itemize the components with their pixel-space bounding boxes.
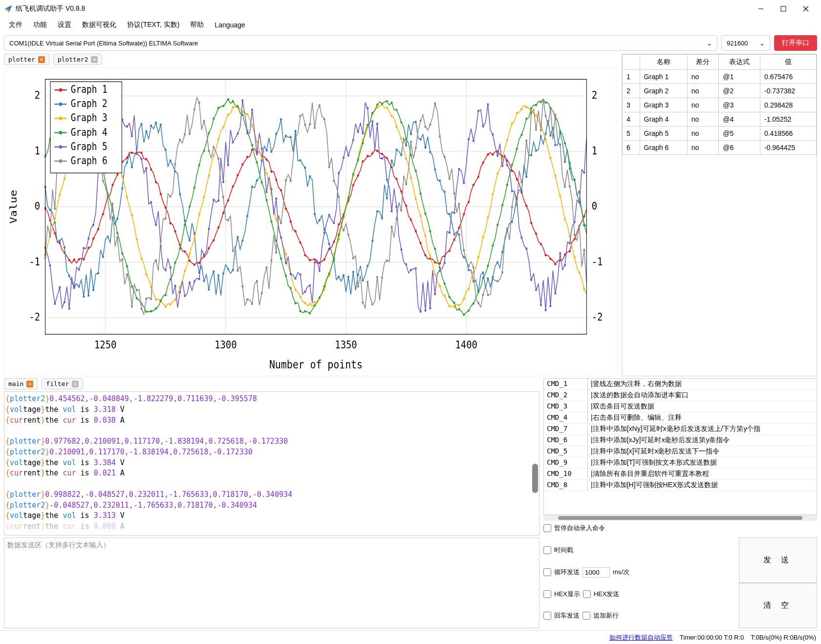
table-row[interactable]: 5Graph 5no@50.418566 <box>623 127 817 141</box>
hex-send-checkbox[interactable]: HEX发送 <box>583 590 620 599</box>
svg-point-247 <box>549 134 551 137</box>
cmd-row[interactable]: CMD_10|清除所有条目并重启软件可重置本教程 <box>544 469 817 480</box>
menu-item[interactable]: 协议(TEXT, 实数) <box>122 19 184 31</box>
svg-point-553 <box>390 210 392 213</box>
app-logo-icon <box>4 4 13 13</box>
open-port-button[interactable]: 打开串口 <box>774 35 817 51</box>
menu-item[interactable]: Language <box>210 19 250 31</box>
svg-point-79 <box>285 208 287 210</box>
svg-point-438 <box>381 103 383 105</box>
table-row[interactable]: 6Graph 6no@6-0.964425 <box>623 141 817 155</box>
svg-point-586 <box>549 305 551 307</box>
cmd-row[interactable]: CMD_6|注释中添加[xJy]可延时x毫秒后发送第y条指令 <box>544 435 817 446</box>
close-icon[interactable]: ✕ <box>38 56 45 63</box>
data-table[interactable]: 名称差分表达式值1Graph 1no@10.6754762Graph 2no@2… <box>622 54 817 155</box>
cmd-list[interactable]: CMD_1|竖线左侧为注释，右侧为数据CMD_2|发送的数据会自动添加进本窗口C… <box>543 378 817 515</box>
cmd-row[interactable]: CMD_7|注释中添加[xNy]可延时x毫秒后发送发送上/下方第y个指 <box>544 424 817 435</box>
svg-point-468 <box>525 118 527 120</box>
svg-point-298 <box>251 125 253 127</box>
loop-send-checkbox[interactable]: 循环发送 <box>543 568 580 577</box>
close-icon[interactable]: ✕ <box>91 56 98 63</box>
svg-point-531 <box>285 262 287 264</box>
statusbar: 如何进行数据自动应答 Timer:00:00:00 T:0 R:0 T:0B/s… <box>0 630 821 644</box>
svg-point-63 <box>208 247 210 250</box>
svg-text:1: 1 <box>592 144 597 157</box>
maximize-button[interactable] <box>772 1 795 17</box>
cmd-row[interactable]: CMD_8|注释中添加[H]可强制按HEX形式发送数据 <box>544 480 817 491</box>
svg-point-550 <box>376 123 378 125</box>
port-select[interactable]: COM1(IDLE Virtual Serial Port (Eltima So… <box>4 35 717 51</box>
enter-send-checkbox[interactable]: 回车发送 <box>543 611 580 620</box>
menu-item[interactable]: 设置 <box>53 19 76 31</box>
svg-point-168 <box>170 159 172 162</box>
cmd-row[interactable]: CMD_3|双击条目可发送数据 <box>544 401 817 412</box>
svg-point-359 <box>545 138 547 140</box>
svg-point-167 <box>165 149 167 151</box>
hex-show-checkbox[interactable]: HEX显示 <box>543 590 580 599</box>
svg-point-126 <box>511 170 513 172</box>
svg-point-241 <box>520 190 522 193</box>
svg-point-181 <box>232 269 234 271</box>
svg-point-199 <box>319 219 321 221</box>
table-row[interactable]: 1Graph 1no@10.675476 <box>623 70 817 84</box>
clear-button[interactable]: 清 空 <box>739 583 817 628</box>
svg-point-608 <box>111 203 113 205</box>
minimize-button[interactable] <box>750 1 772 17</box>
svg-text:1350: 1350 <box>335 339 357 351</box>
svg-point-564 <box>444 261 446 264</box>
append-newline-checkbox[interactable]: 追加新行 <box>583 611 619 620</box>
log-scrollbar[interactable] <box>532 464 538 493</box>
tab-plotter2[interactable]: plotter2✕ <box>53 54 103 65</box>
svg-text:Graph 1: Graph 1 <box>71 84 108 96</box>
pause-auto-record-checkbox[interactable]: 暂停自动录入命令 <box>543 521 817 536</box>
svg-point-588 <box>559 252 561 255</box>
menu-item[interactable]: 帮助 <box>185 19 209 31</box>
svg-point-661 <box>367 280 368 283</box>
table-row[interactable]: 2Graph 2no@2-0.737382 <box>623 84 817 98</box>
close-button[interactable] <box>795 1 817 17</box>
baud-select[interactable]: 921600 ⌄ <box>721 35 770 51</box>
cmd-row[interactable]: CMD_1|竖线左侧为注释，右侧为数据 <box>544 379 817 390</box>
close-icon[interactable]: ✕ <box>72 381 79 387</box>
tab-main[interactable]: main✕ <box>4 378 38 389</box>
svg-point-326 <box>386 107 388 109</box>
svg-point-201 <box>328 243 330 245</box>
svg-point-567 <box>458 168 460 171</box>
svg-point-237 <box>501 251 503 254</box>
svg-point-652 <box>324 118 325 121</box>
svg-point-423 <box>309 312 311 315</box>
svg-point-688 <box>497 280 498 282</box>
svg-point-620 <box>170 195 172 198</box>
menu-item[interactable]: 数据可视化 <box>77 19 121 31</box>
svg-point-227 <box>453 234 455 236</box>
svg-point-55 <box>170 222 172 224</box>
table-row[interactable]: 3Graph 3no@30.298428 <box>623 98 817 112</box>
auto-reply-link[interactable]: 如何进行数据自动应答 <box>609 633 673 642</box>
svg-point-570 <box>473 140 475 142</box>
cmd-row[interactable]: CMD_4|右击条目可删除、编辑、注释 <box>544 412 817 424</box>
send-button[interactable]: 发 送 <box>739 537 817 583</box>
svg-point-529 <box>275 197 277 200</box>
close-icon[interactable]: ✕ <box>26 381 33 387</box>
send-input[interactable]: 数据发送区（支持多行文本输入） <box>4 537 540 628</box>
tab-plotter[interactable]: plotter✕ <box>4 54 49 65</box>
menu-item[interactable]: 文件 <box>4 19 27 31</box>
svg-point-488 <box>78 268 80 271</box>
svg-point-276 <box>145 273 147 276</box>
menu-item[interactable]: 功能 <box>28 19 52 31</box>
plot-area[interactable]: -2-2-1-10011221250130013501400Number of … <box>4 67 618 376</box>
svg-point-607 <box>107 194 109 197</box>
svg-point-186 <box>256 179 258 182</box>
svg-point-489 <box>83 247 85 249</box>
cmd-row[interactable]: CMD_9|注释中添加[T]可强制按文本形式发送数据 <box>544 457 817 469</box>
cmd-row[interactable]: CMD_5|注释中添加[x]可延时x毫秒后发送下一指令 <box>544 446 817 457</box>
cmd-scrollbar-h[interactable] <box>543 515 817 521</box>
table-row[interactable]: 4Graph 4no@4-1.05252 <box>623 112 817 127</box>
timestamp-checkbox[interactable]: 时间戳 <box>543 544 739 557</box>
svg-point-292 <box>222 126 224 129</box>
loop-interval-input[interactable] <box>583 567 610 578</box>
tab-filter[interactable]: filter✕ <box>42 378 83 389</box>
cmd-row[interactable]: CMD_2|发送的数据会自动添加进本窗口 <box>544 390 817 401</box>
log-area[interactable]: {plotter2}0.454562,-0.040849,-1.822279,0… <box>4 391 540 536</box>
svg-text:1250: 1250 <box>94 339 116 351</box>
